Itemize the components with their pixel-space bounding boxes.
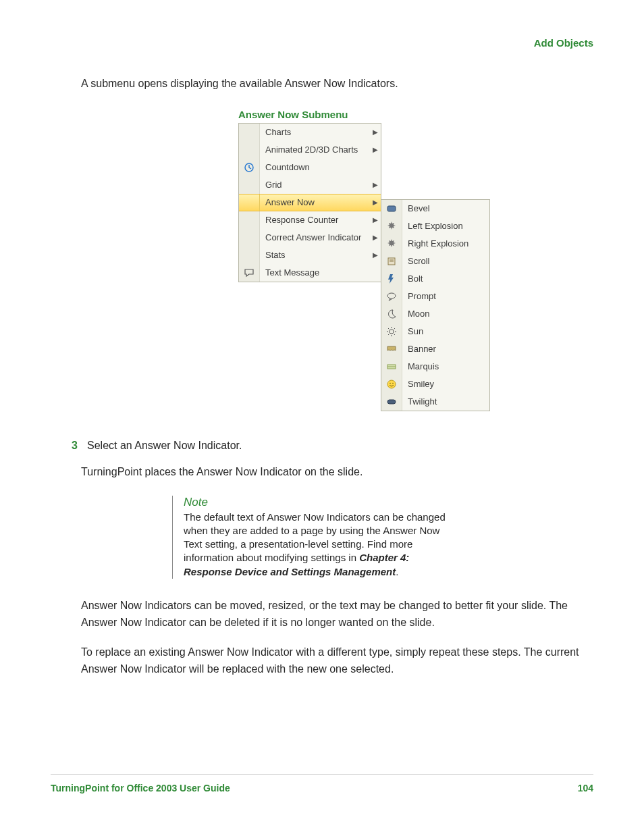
blank-icon: [239, 211, 260, 229]
submenu-arrow-icon: ▶: [370, 199, 381, 206]
submenu-arrow-icon: ▶: [370, 146, 381, 153]
submenu-arrow-icon: ▶: [370, 128, 381, 136]
footer-doc-title: TurningPoint for Office 2003 User Guide: [51, 783, 230, 793]
footer-page-number: 104: [578, 783, 593, 793]
menu-item-label: Charts: [260, 127, 370, 137]
menu-item-label: Grid: [260, 180, 370, 190]
svg-point-6: [390, 330, 394, 334]
submenu-item[interactable]: Bevel: [381, 200, 489, 217]
submenu-arrow-icon: ▶: [370, 234, 381, 241]
note-box: Note The default text of Answer Now Indi…: [172, 496, 454, 579]
svg-line-11: [388, 328, 390, 330]
submenu-item-label: Banner: [402, 344, 489, 354]
submenu-item-label: Marquis: [402, 361, 489, 371]
blank-icon: [239, 124, 260, 141]
twilight-icon: [381, 393, 402, 411]
scroll-icon: [381, 253, 402, 270]
bolt-icon: [381, 270, 402, 288]
submenu-item[interactable]: Banner: [381, 340, 489, 358]
prompt-icon: [381, 288, 402, 305]
submenu-item[interactable]: Smiley: [381, 375, 489, 393]
svg-point-17: [387, 380, 396, 388]
blank-icon: [239, 229, 260, 246]
menu-item[interactable]: Text Message: [239, 264, 381, 282]
step-row: 3 Select an Answer Now Indicator.: [51, 440, 593, 452]
submenu-item[interactable]: Twilight: [381, 393, 489, 411]
menu-item[interactable]: Countdown: [239, 159, 381, 176]
menu-item[interactable]: Correct Answer Indicator▶: [239, 229, 381, 246]
menu-item-label: Correct Answer Indicator: [260, 232, 370, 242]
note-title: Note: [184, 496, 454, 509]
blank-icon: [239, 246, 260, 264]
section-header: Add Objects: [51, 37, 593, 49]
submenu-arrow-icon: ▶: [370, 251, 381, 259]
menu-item-label: Response Counter: [260, 215, 370, 225]
answer-now-submenu: BevelLeft ExplosionRight ExplosionScroll…: [381, 199, 490, 411]
note-body: The default text of Answer Now Indicator…: [184, 511, 454, 579]
submenu-item[interactable]: Bolt: [381, 270, 489, 288]
menu-item[interactable]: Response Counter▶: [239, 211, 381, 229]
intro-paragraph: A submenu opens displaying the available…: [81, 76, 593, 93]
submenu-item-label: Sun: [402, 326, 489, 336]
submenu-item-label: Twilight: [402, 396, 489, 407]
submenu-item-label: Left Explosion: [402, 221, 489, 231]
submenu-item-label: Prompt: [402, 291, 489, 301]
menu-item-label: Animated 2D/3D Charts: [260, 145, 370, 155]
submenu-item[interactable]: Moon: [381, 305, 489, 323]
bevel-icon: [381, 200, 402, 217]
svg-rect-20: [387, 400, 396, 404]
burst-icon: [381, 235, 402, 253]
submenu-arrow-icon: ▶: [370, 181, 381, 188]
main-menu: Charts▶Animated 2D/3D Charts▶CountdownGr…: [238, 123, 381, 282]
submenu-item[interactable]: Right Explosion: [381, 235, 489, 253]
menu-item-label: Answer Now: [260, 197, 370, 207]
svg-point-19: [392, 382, 394, 384]
marquis-icon: [381, 358, 402, 375]
menu-item-label: Stats: [260, 250, 370, 260]
submenu-item[interactable]: Left Explosion: [381, 217, 489, 235]
svg-rect-1: [387, 206, 396, 211]
submenu-item-label: Bevel: [402, 203, 489, 213]
figure-caption: Answer Now Submenu: [238, 109, 593, 120]
moon-icon: [381, 305, 402, 323]
submenu-arrow-icon: ▶: [370, 216, 381, 224]
smiley-icon: [381, 375, 402, 393]
blank-icon: [239, 141, 260, 159]
submenu-item-label: Bolt: [402, 273, 489, 284]
after-step-paragraph: TurningPoint places the Answer Now Indic…: [81, 464, 593, 481]
submenu-item-label: Moon: [402, 309, 489, 319]
paragraph-replace: To replace an existing Answer Now Indica…: [81, 644, 593, 678]
message-icon: [239, 264, 260, 282]
sun-icon: [381, 323, 402, 340]
svg-point-5: [387, 293, 396, 298]
menu-item[interactable]: Animated 2D/3D Charts▶: [239, 141, 381, 159]
page-footer: TurningPoint for Office 2003 User Guide …: [51, 774, 593, 793]
submenu-item[interactable]: Sun: [381, 323, 489, 340]
blank-icon: [239, 176, 260, 194]
step-text: Select an Answer Now Indicator.: [87, 440, 242, 452]
step-number: 3: [51, 440, 87, 452]
menu-item-label: Countdown: [260, 162, 370, 172]
submenu-item[interactable]: Marquis: [381, 358, 489, 375]
figure-menus: Charts▶Animated 2D/3D Charts▶CountdownGr…: [238, 123, 593, 411]
svg-line-12: [394, 334, 396, 335]
clock-icon: [239, 159, 260, 176]
menu-item[interactable]: Stats▶: [239, 246, 381, 264]
paragraph-move-resize: Answer Now Indicators can be moved, resi…: [81, 598, 593, 631]
menu-item-label: Text Message: [260, 267, 370, 278]
burst-icon: [381, 217, 402, 235]
blank-icon: [239, 194, 260, 211]
submenu-item[interactable]: Prompt: [381, 288, 489, 305]
submenu-item-label: Right Explosion: [402, 238, 489, 249]
svg-point-18: [390, 382, 391, 384]
submenu-item-label: Scroll: [402, 256, 489, 266]
banner-icon: [381, 340, 402, 358]
note-body-post: .: [396, 566, 398, 577]
svg-line-13: [388, 334, 390, 335]
submenu-item[interactable]: Scroll: [381, 253, 489, 270]
menu-item[interactable]: Charts▶: [239, 124, 381, 141]
menu-item[interactable]: Grid▶: [239, 176, 381, 194]
svg-line-14: [394, 328, 396, 330]
menu-item[interactable]: Answer Now▶: [239, 194, 381, 211]
submenu-item-label: Smiley: [402, 379, 489, 389]
